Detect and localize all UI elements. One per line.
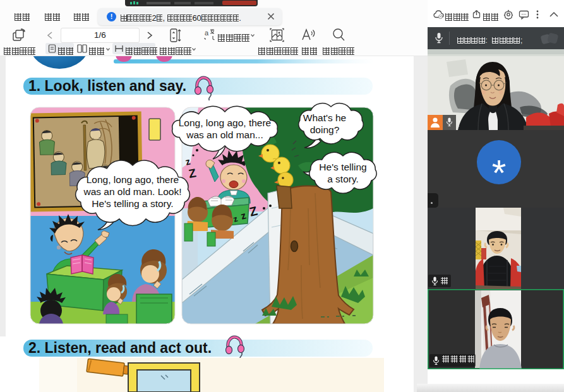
svg-text:was an old man. Look!: was an old man. Look! — [83, 186, 181, 197]
svg-text:a story.: a story. — [327, 174, 359, 184]
svg-text:What's he: What's he — [303, 112, 346, 123]
svg-text:He's telling a story.: He's telling a story. — [92, 198, 173, 209]
svg-text:2. Listen, read and act out.: 2. Listen, read and act out. — [28, 340, 212, 356]
svg-text:Long, long ago, there: Long, long ago, there — [87, 174, 179, 185]
svg-text:was an old man...: was an old man... — [186, 129, 263, 140]
svg-text:a: a — [205, 29, 209, 37]
svg-text:1. Look, listen and say.: 1. Look, listen and say. — [28, 78, 186, 94]
svg-text:doing?: doing? — [310, 124, 340, 135]
svg-text:Long, long ago, there: Long, long ago, there — [179, 117, 272, 128]
svg-text:He's telling: He's telling — [319, 162, 366, 172]
